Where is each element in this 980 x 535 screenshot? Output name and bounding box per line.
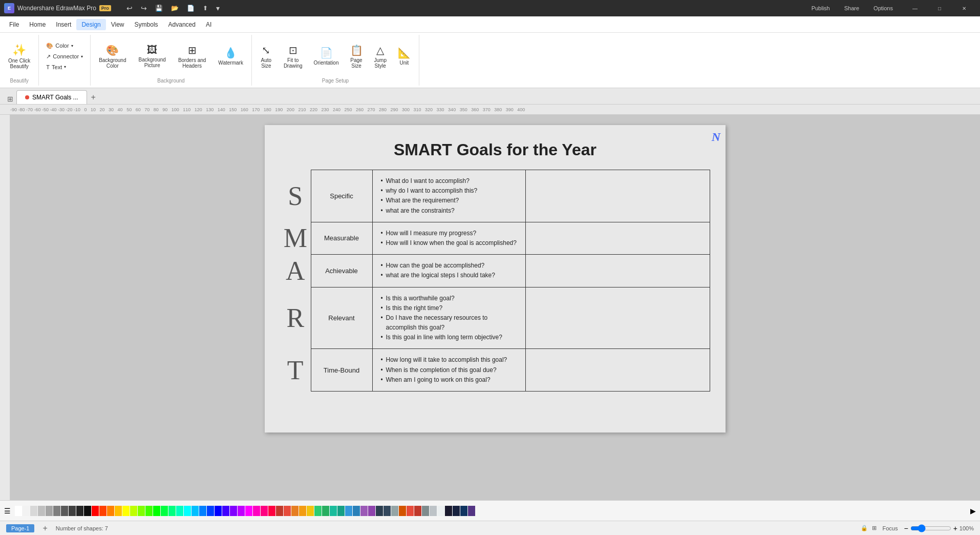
save-button[interactable]: 💾: [152, 3, 166, 13]
color-swatch[interactable]: [399, 506, 406, 516]
zoom-slider[interactable]: [910, 524, 951, 532]
color-swatch[interactable]: [238, 506, 245, 516]
fit-to-drawing-button[interactable]: ⊡ Fit to Drawing: [280, 42, 307, 71]
color-swatch[interactable]: [38, 506, 45, 516]
color-swatch[interactable]: [253, 506, 260, 516]
redo-button[interactable]: ↪: [138, 3, 150, 13]
toggle-palette-btn[interactable]: ☰: [4, 507, 11, 515]
orientation-button[interactable]: 📄 Orientation: [310, 45, 343, 68]
collapse-tabs-btn[interactable]: ⊞: [4, 94, 16, 104]
color-swatch[interactable]: [460, 506, 467, 516]
menu-advanced[interactable]: Advanced: [163, 19, 201, 30]
color-swatch[interactable]: [268, 506, 275, 516]
menu-home[interactable]: Home: [24, 19, 51, 30]
color-swatch[interactable]: [61, 506, 68, 516]
export-button[interactable]: ⬆: [200, 3, 211, 13]
undo-button[interactable]: ↩: [123, 3, 136, 13]
color-swatch[interactable]: [207, 506, 214, 516]
color-swatch[interactable]: [84, 506, 91, 516]
add-tab-button[interactable]: +: [87, 91, 100, 104]
color-swatch[interactable]: [245, 506, 252, 516]
share-button[interactable]: Share: [840, 4, 863, 12]
borders-headers-button[interactable]: ⊞ Borders and Headers: [174, 42, 210, 71]
color-swatch[interactable]: [15, 506, 22, 516]
color-swatch[interactable]: [468, 506, 475, 516]
color-swatch[interactable]: [184, 506, 191, 516]
menu-symbols[interactable]: Symbols: [130, 19, 163, 30]
color-swatch[interactable]: [46, 506, 53, 516]
unit-button[interactable]: 📐 Unit: [394, 45, 415, 68]
color-swatch[interactable]: [330, 506, 337, 516]
color-swatch[interactable]: [30, 506, 37, 516]
page-size-button[interactable]: 📋 Page Size: [346, 42, 367, 71]
color-swatch[interactable]: [53, 506, 60, 516]
color-swatch[interactable]: [353, 506, 360, 516]
color-swatch[interactable]: [384, 506, 391, 516]
minimize-button[interactable]: —: [903, 0, 927, 16]
color-swatch[interactable]: [138, 506, 145, 516]
canvas-area[interactable]: N SMART Goals for the Year S Specific Wh…: [10, 115, 980, 500]
color-swatch[interactable]: [445, 506, 452, 516]
color-swatch[interactable]: [284, 506, 291, 516]
color-swatch[interactable]: [115, 506, 122, 516]
jump-style-button[interactable]: △ Jump Style: [370, 42, 391, 71]
menu-view[interactable]: View: [106, 19, 130, 30]
color-swatch[interactable]: [99, 506, 106, 516]
menu-insert[interactable]: Insert: [51, 19, 76, 30]
color-swatch[interactable]: [430, 506, 437, 516]
color-swatch[interactable]: [145, 506, 153, 516]
color-swatch[interactable]: [368, 506, 375, 516]
color-swatch[interactable]: [191, 506, 199, 516]
color-swatch[interactable]: [230, 506, 237, 516]
color-swatch[interactable]: [69, 506, 76, 516]
menu-design[interactable]: Design: [76, 19, 105, 30]
color-swatch[interactable]: [299, 506, 306, 516]
color-swatch[interactable]: [261, 506, 268, 516]
color-swatch[interactable]: [76, 506, 83, 516]
color-swatch[interactable]: [414, 506, 421, 516]
color-swatch[interactable]: [23, 506, 30, 516]
color-swatch[interactable]: [130, 506, 137, 516]
menu-file[interactable]: File: [4, 19, 24, 30]
palette-more-btn[interactable]: ▶: [970, 507, 976, 515]
publish-button[interactable]: Publish: [807, 4, 834, 12]
tab-smart-goals[interactable]: SMART Goals ...: [16, 90, 87, 104]
color-swatch[interactable]: [376, 506, 383, 516]
close-button[interactable]: ✕: [952, 0, 976, 16]
zoom-in-btn[interactable]: +: [953, 524, 957, 532]
one-click-beautify-button[interactable]: ✨ One Click Beautify: [4, 42, 34, 71]
color-swatch[interactable]: [345, 506, 352, 516]
color-swatch[interactable]: [314, 506, 322, 516]
color-swatch[interactable]: [161, 506, 168, 516]
color-swatch[interactable]: [199, 506, 206, 516]
color-swatch[interactable]: [360, 506, 368, 516]
color-swatch[interactable]: [422, 506, 429, 516]
background-picture-button[interactable]: 🖼 Background Picture: [135, 42, 170, 70]
more-dropdown[interactable]: ▾: [213, 3, 223, 13]
color-swatch[interactable]: [291, 506, 299, 516]
page-tab-bottom[interactable]: Page-1: [6, 524, 34, 532]
color-swatch[interactable]: [222, 506, 229, 516]
watermark-button[interactable]: 💧 Watermark: [214, 45, 247, 68]
color-swatch[interactable]: [276, 506, 283, 516]
color-swatch[interactable]: [437, 506, 444, 516]
color-swatch[interactable]: [92, 506, 99, 516]
color-swatch[interactable]: [215, 506, 222, 516]
menu-ai[interactable]: AI: [201, 19, 217, 30]
maximize-button[interactable]: □: [928, 0, 951, 16]
color-swatch[interactable]: [322, 506, 329, 516]
color-button[interactable]: 🎨 Color ▾: [43, 41, 86, 51]
new-button[interactable]: 📄: [184, 3, 198, 13]
color-swatch[interactable]: [391, 506, 398, 516]
color-swatch[interactable]: [122, 506, 130, 516]
background-color-button[interactable]: 🎨 Background Color: [95, 42, 130, 71]
color-swatch[interactable]: [107, 506, 114, 516]
color-swatch[interactable]: [168, 506, 176, 516]
options-button[interactable]: Options: [869, 4, 897, 12]
text-button[interactable]: T Text ▾: [43, 63, 86, 72]
open-button[interactable]: 📂: [168, 3, 182, 13]
color-swatch[interactable]: [176, 506, 183, 516]
color-swatch[interactable]: [337, 506, 345, 516]
color-swatch[interactable]: [453, 506, 460, 516]
color-swatch[interactable]: [407, 506, 414, 516]
